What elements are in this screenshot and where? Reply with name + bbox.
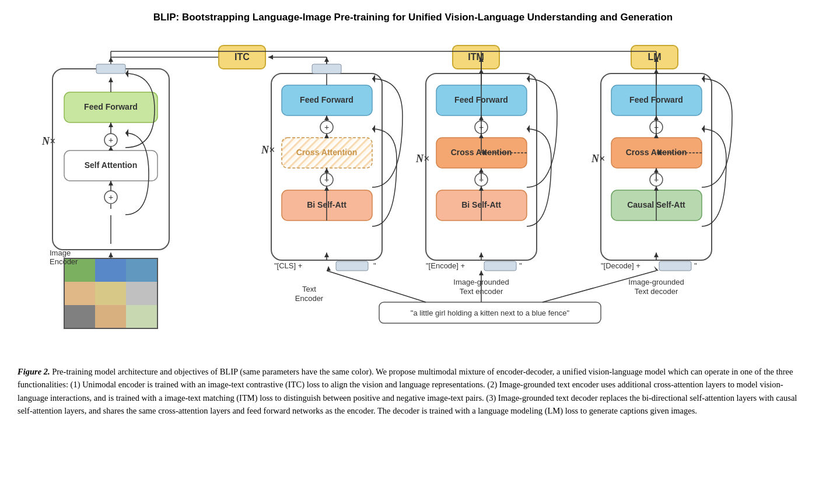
svg-rect-34 [64,282,95,305]
svg-marker-48 [268,55,273,60]
svg-rect-32 [95,258,126,282]
diagram: N× Feed Forward + Self Attention + [18,34,808,360]
svg-text:LM: LM [648,52,661,62]
svg-text:N×: N× [41,135,55,147]
svg-text:+: + [108,192,113,202]
svg-text:ITC: ITC [235,52,250,62]
svg-line-167 [542,271,656,302]
svg-rect-119 [484,261,516,271]
svg-text:N×: N× [261,144,275,156]
svg-rect-37 [64,305,95,328]
svg-rect-171 [312,64,341,74]
svg-text:Text: Text [302,285,316,293]
caption-label: Figure 2. [18,367,50,376]
svg-text:"a little girl holding a kitte: "a little girl holding a kitten next to … [411,309,570,317]
svg-text:Self Attention: Self Attention [85,160,137,170]
figure-caption: Figure 2. Pre-training model architectur… [18,365,808,418]
svg-text:": " [373,261,376,270]
svg-rect-174 [96,64,125,74]
svg-line-163 [327,271,426,302]
svg-text:Text decoder: Text decoder [635,287,678,296]
svg-rect-35 [95,282,126,305]
svg-text:Image: Image [50,249,71,257]
svg-text:Feed Forward: Feed Forward [84,102,138,111]
svg-text:Feed Forward: Feed Forward [300,95,354,104]
svg-text:Cross Attention: Cross Attention [626,148,687,157]
svg-rect-38 [95,305,126,328]
svg-rect-80 [336,261,368,271]
svg-text:"[Decode] +: "[Decode] + [601,261,640,270]
svg-text:Cross Attention: Cross Attention [296,148,357,157]
svg-text:"[CLS] +: "[CLS] + [274,261,302,270]
svg-text:Encoder: Encoder [295,294,324,303]
svg-text:"[Encode] +: "[Encode] + [426,261,465,270]
svg-text:Encoder: Encoder [50,257,78,266]
svg-rect-39 [126,305,158,328]
svg-rect-157 [659,261,691,271]
svg-text:+: + [108,135,113,145]
svg-text:N×: N× [415,153,429,164]
caption-text: Pre-training model architecture and obje… [18,367,797,415]
svg-rect-36 [126,282,158,305]
svg-marker-164 [327,266,331,271]
svg-text:": " [519,261,522,270]
svg-text:+: + [324,123,329,132]
svg-marker-23 [108,57,113,62]
svg-rect-33 [126,258,158,282]
svg-marker-42 [108,253,113,257]
svg-text:": " [694,261,697,270]
svg-marker-168 [654,266,659,271]
svg-text:Image-grounded: Image-grounded [628,278,684,286]
architecture-diagram: N× Feed Forward + Self Attention + [18,34,808,360]
page-title: BLIP: Bootstrapping Language-Image Pre-t… [18,12,808,23]
svg-marker-166 [479,271,484,275]
svg-text:N×: N× [591,153,605,164]
